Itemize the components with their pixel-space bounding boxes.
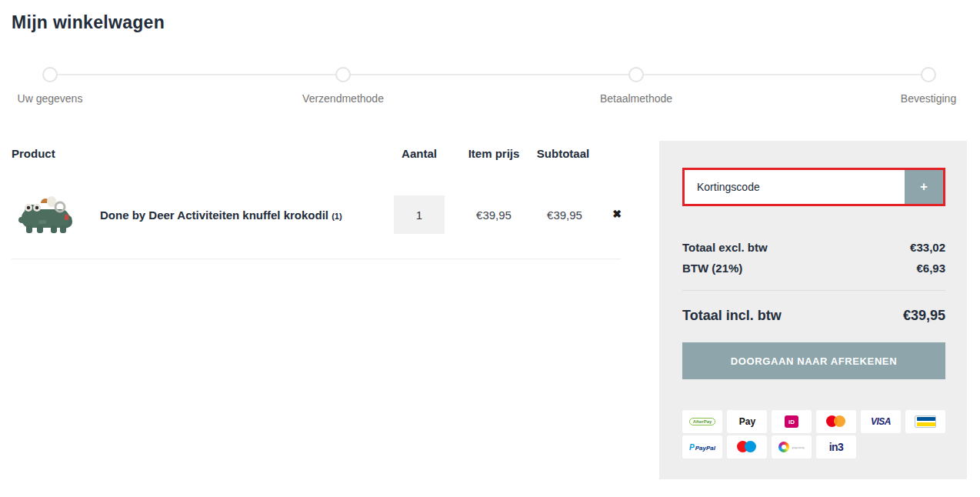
paypal-p-glyph: P <box>689 443 695 452</box>
mastercard-orange-circle <box>834 415 845 427</box>
cart-page: Mijn winkelwagen Uw gegevens Verzendmeth… <box>0 0 980 497</box>
summary-value: €33,02 <box>910 241 945 254</box>
payment-payconiq: payconiq <box>772 435 812 459</box>
step-circle-uw-gegevens <box>42 67 58 82</box>
summary-row-excl-btw: Totaal excl. btw €33,02 <box>682 241 945 254</box>
remove-item-icon[interactable]: ✖ <box>609 206 625 222</box>
ideal-icon: iD <box>785 415 798 428</box>
step-circle-bevestiging <box>921 67 936 82</box>
payment-visa: VISA <box>861 410 901 433</box>
payment-maestro <box>727 435 767 459</box>
summary-label: BTW (21%) <box>682 262 742 275</box>
step-label-betaalmethode: Betaalmethode <box>552 92 721 105</box>
item-price-value: €39,95 <box>459 208 528 222</box>
apple-pay-icon: Pay <box>738 416 755 427</box>
summary-divider <box>682 290 945 291</box>
bancontact-text-stripe <box>917 417 935 421</box>
mastercard-icon <box>826 415 846 428</box>
payment-bancontact <box>905 410 945 433</box>
bancontact-yellow-stripe <box>917 422 935 426</box>
payment-applepay: Pay <box>727 410 767 433</box>
visa-icon: VISA <box>871 416 891 427</box>
total-value: €39,95 <box>903 308 945 324</box>
step-label-bevestiging: Bevestiging <box>844 92 980 105</box>
summary-row-btw: BTW (21%) €6,93 <box>682 262 945 275</box>
column-header-item-price: Item prijs <box>459 147 528 160</box>
afterpay-icon: AfterPay <box>689 418 716 425</box>
payment-in3: in3 <box>816 435 856 459</box>
payconiq-label: payconiq <box>792 445 804 449</box>
column-header-quantity: Aantal <box>381 147 458 160</box>
product-name[interactable]: Done by Deer Activiteiten knuffel krokod… <box>100 208 342 222</box>
stepper-track <box>50 74 928 75</box>
summary-value: €6,93 <box>916 262 945 275</box>
step-label-verzendmethode: Verzendmethode <box>258 92 428 105</box>
maestro-icon <box>737 441 757 453</box>
apply-discount-button[interactable]: + <box>905 170 943 204</box>
payment-ideal: iD <box>772 410 812 433</box>
maestro-blue-circle <box>745 441 756 452</box>
payment-afterpay: AfterPay <box>682 410 722 433</box>
step-label-uw-gegevens: Uw gegevens <box>0 92 135 105</box>
payment-paypal: PPayPal <box>682 435 722 459</box>
product-name-text: Done by Deer Activiteiten knuffel krokod… <box>100 208 328 222</box>
payment-mastercard <box>816 410 856 433</box>
payconiq-icon <box>778 442 789 452</box>
discount-code-group: + <box>682 168 945 206</box>
column-header-subtotal: Subtotaal <box>530 147 596 160</box>
quantity-input[interactable] <box>394 195 445 234</box>
product-qty-note: (1) <box>332 212 342 221</box>
column-header-product: Product <box>12 147 55 160</box>
summary-label: Totaal excl. btw <box>682 241 768 254</box>
checkout-button[interactable]: DOORGAAN NAAR AFREKENEN <box>682 342 945 379</box>
discount-code-input[interactable] <box>685 170 905 204</box>
plus-icon: + <box>920 179 928 195</box>
crocodile-illustration <box>15 191 77 238</box>
paypal-icon: PPayPal <box>689 443 715 452</box>
step-circle-betaalmethode <box>628 67 644 82</box>
page-title: Mijn winkelwagen <box>12 12 165 33</box>
applepay-label: Pay <box>739 416 755 427</box>
summary-total-row: Totaal incl. btw €39,95 <box>682 308 945 324</box>
paypal-label: PayPal <box>695 445 715 452</box>
bancontact-icon <box>915 415 936 428</box>
subtotal-value: €39,95 <box>530 208 599 222</box>
order-summary-panel: + Totaal excl. btw €33,02 BTW (21%) €6,9… <box>659 141 967 479</box>
total-label: Totaal incl. btw <box>682 308 782 324</box>
row-divider <box>12 259 621 259</box>
step-circle-verzendmethode <box>335 67 351 82</box>
in3-icon: in3 <box>829 441 844 453</box>
product-image-crocodile[interactable] <box>15 191 77 238</box>
